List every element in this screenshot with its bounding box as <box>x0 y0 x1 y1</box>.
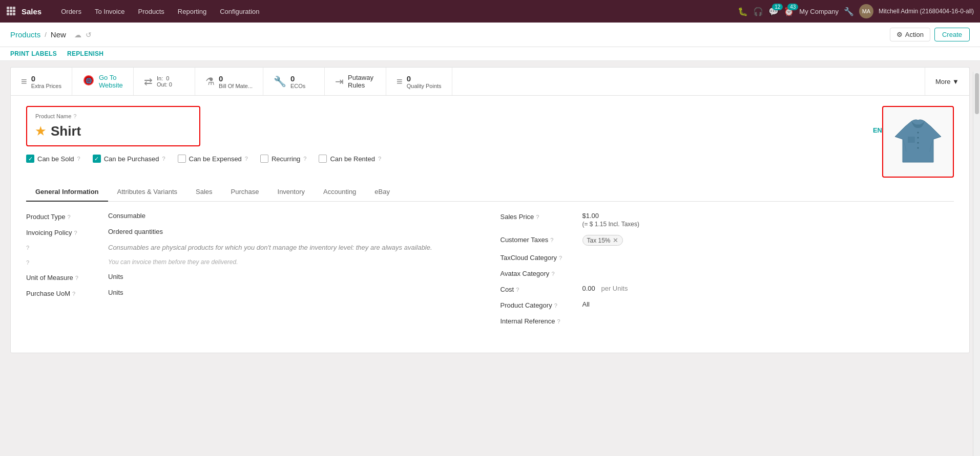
product-header-row: Product Name ? ★ Shirt EN ✓ Can be <box>26 106 954 178</box>
can-be-purchased-checkbox[interactable]: ✓ <box>93 155 101 163</box>
purchased-help[interactable]: ? <box>162 156 165 162</box>
invoicing-policy-value[interactable]: Ordered quantities <box>108 228 480 235</box>
language-badge[interactable]: EN <box>873 126 882 134</box>
top-navigation: Sales Orders To Invoice Products Reporti… <box>0 0 980 23</box>
breadcrumb-parent[interactable]: Products <box>10 30 40 39</box>
can-be-sold-checkbox[interactable]: ✓ <box>26 155 34 163</box>
tab-purchase[interactable]: Purchase <box>222 183 268 202</box>
product-name-help[interactable]: ? <box>73 113 76 119</box>
product-category-value[interactable]: All <box>582 300 954 308</box>
purchase-uom-help[interactable]: ? <box>72 291 75 297</box>
product-category-label: Product Category ? <box>501 300 577 309</box>
svg-point-13 <box>918 132 919 134</box>
clock-badge: 43 <box>787 4 798 10</box>
quality-count: 0 <box>407 74 442 83</box>
tab-ebay[interactable]: eBay <box>365 183 399 202</box>
breadcrumb-current: New <box>51 30 66 39</box>
internal-reference-label: Internal Reference ? <box>501 316 577 325</box>
go-to-website-button[interactable]: 🌐 Go ToWebsite <box>72 68 134 95</box>
tab-general-information-content: Product Type ? Consumable Invoicing Poli… <box>26 202 954 342</box>
recurring-checkbox[interactable] <box>260 155 268 163</box>
tab-sales[interactable]: Sales <box>186 183 222 202</box>
user-avatar[interactable]: MA <box>859 4 873 18</box>
apps-grid-icon[interactable] <box>6 6 15 17</box>
quality-points-button[interactable]: ≡ 0 Quality Points <box>386 68 452 95</box>
chat-icon[interactable]: 💬 12 <box>768 7 779 16</box>
more-button[interactable]: More ▼ <box>925 68 969 95</box>
tab-general-information[interactable]: General Information <box>26 183 108 202</box>
globe-icon: 🌐 <box>82 74 95 89</box>
ecos-button[interactable]: 🔧 0 ECOs <box>263 68 325 95</box>
checkboxes-row: ✓ Can be Sold ? ✓ Can be Purchased ? Can… <box>26 155 882 163</box>
bom-button[interactable]: ⚗ 0 Bill Of Mate... <box>195 68 263 95</box>
company-name[interactable]: My Company <box>799 8 839 15</box>
invoicing-policy-row: Invoicing Policy ? Ordered quantities <box>26 228 480 236</box>
taxcloud-help[interactable]: ? <box>559 255 562 261</box>
left-column: Product Type ? Consumable Invoicing Poli… <box>26 212 480 332</box>
sales-price-help[interactable]: ? <box>536 214 539 220</box>
create-button[interactable]: Create <box>934 28 970 41</box>
internal-ref-help[interactable]: ? <box>557 318 560 324</box>
cost-value[interactable]: 0.00 per Units <box>582 285 954 292</box>
invoice-hint-icon[interactable]: ? <box>26 259 29 266</box>
replenish-link[interactable]: REPLENISH <box>67 50 103 57</box>
unit-of-measure-value[interactable]: Units <box>108 273 480 280</box>
favorite-star-icon[interactable]: ★ <box>35 125 46 138</box>
tab-accounting[interactable]: Accounting <box>314 183 365 202</box>
tab-attributes-variants[interactable]: Attributes & Variants <box>108 183 187 202</box>
extra-prices-count: 0 <box>31 74 61 83</box>
bug-icon[interactable]: 🐛 <box>738 7 748 16</box>
product-category-help[interactable]: ? <box>554 302 557 309</box>
extra-prices-button[interactable]: ≡ 0 Extra Prices <box>11 68 72 95</box>
sales-price-row: Sales Price ? $1.00 (= $ 1.15 Incl. Taxe… <box>501 212 954 228</box>
action-button[interactable]: ⚙ Action <box>890 28 930 41</box>
svg-rect-12 <box>908 137 915 143</box>
can-be-rented-checkbox[interactable] <box>319 155 327 163</box>
recurring-help[interactable]: ? <box>303 156 306 162</box>
expensed-help[interactable]: ? <box>245 156 248 162</box>
nav-reporting[interactable]: Reporting <box>172 5 213 18</box>
cloud-save-icon[interactable]: ☁ <box>74 31 81 39</box>
consumable-help-icon[interactable]: ? <box>26 245 29 251</box>
in-out-button[interactable]: ⇄ In: 0 Out: 0 <box>134 68 195 95</box>
clock-icon[interactable]: ⏰ 43 <box>784 7 794 16</box>
product-type-value[interactable]: Consumable <box>108 212 480 220</box>
svg-point-15 <box>918 142 919 144</box>
nav-products[interactable]: Products <box>132 5 170 18</box>
nav-orders[interactable]: Orders <box>55 5 88 18</box>
product-image[interactable] <box>882 106 954 178</box>
sold-help[interactable]: ? <box>77 156 80 162</box>
avatax-category-row: Avatax Category ? <box>501 269 954 277</box>
product-type-help[interactable]: ? <box>67 214 70 220</box>
uom-help[interactable]: ? <box>75 275 78 281</box>
wrench-icon[interactable]: 🔧 <box>844 7 854 16</box>
rented-help[interactable]: ? <box>378 156 381 162</box>
product-name-box: Product Name ? ★ Shirt <box>26 106 200 146</box>
list-icon: ≡ <box>21 76 27 88</box>
scrollbar[interactable] <box>973 72 980 359</box>
user-name[interactable]: Mitchell Admin (21680404-16-0-all) <box>879 8 974 15</box>
product-name-text[interactable]: Shirt <box>51 123 81 139</box>
sales-price-value[interactable]: $1.00 <box>582 212 640 220</box>
taxcloud-category-row: TaxCloud Category ? <box>501 253 954 262</box>
putaway-rules-button[interactable]: ⇥ PutawayRules <box>325 68 386 95</box>
app-name[interactable]: Sales <box>22 7 41 16</box>
avatax-help[interactable]: ? <box>551 271 554 277</box>
remove-tax-icon[interactable]: ✕ <box>613 236 618 244</box>
unit-of-measure-label: Unit of Measure ? <box>26 273 103 281</box>
purchase-uom-value[interactable]: Units <box>108 289 480 296</box>
nav-configuration[interactable]: Configuration <box>214 5 265 18</box>
customer-taxes-help[interactable]: ? <box>550 237 553 243</box>
cost-help[interactable]: ? <box>516 287 519 293</box>
undo-icon[interactable]: ↺ <box>86 31 92 39</box>
invoicing-policy-help[interactable]: ? <box>74 230 77 236</box>
can-be-expensed-item: Can be Expensed ? <box>178 155 248 163</box>
nav-to-invoice[interactable]: To Invoice <box>89 5 131 18</box>
print-labels-link[interactable]: PRINT LABELS <box>10 50 57 57</box>
tab-inventory[interactable]: Inventory <box>268 183 314 202</box>
putaway-label: PutawayRules <box>348 74 373 89</box>
svg-point-16 <box>918 147 919 149</box>
headset-icon[interactable]: 🎧 <box>753 7 763 16</box>
can-be-expensed-checkbox[interactable] <box>178 155 186 163</box>
cost-row: Cost ? 0.00 per Units <box>501 285 954 293</box>
